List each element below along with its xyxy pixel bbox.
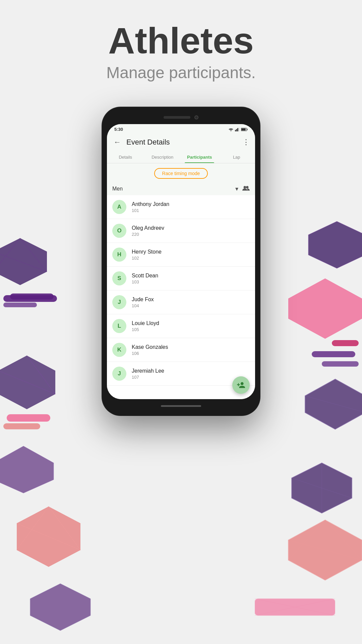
status-bar: 5:30 (107, 124, 255, 133)
participants-list: AAnthony Jordan101OOleg Andreev220HHenry… (107, 195, 255, 399)
participant-info: Jeremiah Lee107 (132, 368, 250, 380)
svg-marker-24 (292, 463, 352, 513)
svg-rect-21 (322, 361, 359, 367)
participant-info: Kase Gonzales106 (132, 344, 250, 356)
svg-line-34 (255, 599, 335, 615)
svg-line-2 (20, 238, 47, 272)
home-indicator (161, 405, 201, 407)
tab-participants[interactable]: Participants (181, 151, 218, 163)
participant-name: Anthony Jordan (132, 201, 250, 207)
tab-bar: Details Description Participants Lap (107, 151, 255, 163)
svg-line-8 (0, 371, 55, 394)
page-title: Athletes (0, 20, 362, 61)
svg-marker-7 (0, 356, 55, 409)
participant-number: 107 (132, 375, 250, 380)
svg-line-14 (17, 523, 80, 550)
category-dropdown-icon[interactable]: ▾ (235, 185, 238, 193)
status-icons (228, 127, 248, 131)
svg-point-43 (244, 186, 246, 189)
category-row: Men ▾ (107, 182, 255, 195)
svg-rect-4 (3, 295, 57, 302)
phone-speaker (164, 116, 190, 119)
participant-info: Anthony Jordan101 (132, 201, 250, 213)
svg-marker-0 (0, 238, 47, 285)
svg-marker-31 (30, 584, 90, 631)
participant-name: Oleg Andreev (132, 225, 250, 231)
participant-number: 106 (132, 351, 250, 356)
app-bar-title: Event Details (126, 138, 242, 147)
participant-name: Jude Fox (132, 297, 250, 303)
svg-line-29 (325, 520, 362, 560)
participant-item[interactable]: SScott Dean103 (107, 267, 255, 290)
svg-rect-42 (241, 128, 246, 130)
race-timing-mode-button[interactable]: Race timing mode (154, 168, 208, 179)
participant-info: Oleg Andreev220 (132, 225, 250, 237)
svg-line-15 (49, 506, 80, 550)
participant-name: Kase Gonzales (132, 344, 250, 350)
participant-info: Henry Stone102 (132, 249, 250, 261)
svg-marker-12 (0, 446, 54, 493)
svg-rect-5 (10, 293, 54, 300)
participant-item[interactable]: HHenry Stone102 (107, 243, 255, 267)
svg-point-35 (231, 130, 232, 131)
wifi-icon (228, 127, 234, 131)
participant-number: 103 (132, 279, 250, 284)
phone-top-bar (107, 112, 255, 123)
svg-rect-11 (3, 423, 40, 429)
participant-number: 104 (132, 303, 250, 308)
svg-marker-27 (288, 520, 362, 580)
participant-number: 102 (132, 256, 250, 261)
participant-item[interactable]: JJude Fox104 (107, 290, 255, 314)
svg-marker-22 (305, 379, 362, 429)
svg-line-9 (27, 356, 55, 394)
svg-rect-10 (7, 414, 50, 422)
header-area: Athletes Manage participants. (0, 20, 362, 82)
participant-name: Louie Lloyd (132, 320, 250, 326)
phone-bottom-bar (107, 401, 255, 411)
svg-rect-37 (236, 129, 237, 131)
participant-avatar: O (112, 224, 126, 238)
svg-line-28 (288, 540, 362, 560)
svg-line-1 (0, 252, 47, 272)
svg-marker-13 (17, 506, 80, 567)
svg-rect-20 (312, 351, 355, 357)
svg-line-16 (17, 506, 49, 550)
participant-number: 220 (132, 232, 250, 237)
svg-point-44 (246, 186, 248, 189)
phone-device: 5:30 (102, 107, 260, 415)
back-button[interactable]: ← (112, 137, 122, 148)
participant-item[interactable]: KKase Gonzales106 (107, 338, 255, 362)
page-subtitle: Manage participants. (0, 63, 362, 82)
app-bar: ← Event Details ⋮ (107, 133, 255, 151)
tab-description[interactable]: Description (144, 151, 181, 163)
participant-avatar: L (112, 319, 126, 333)
category-label: Men (112, 186, 235, 192)
more-menu-button[interactable]: ⋮ (242, 138, 250, 147)
participant-name: Jeremiah Lee (132, 368, 250, 374)
svg-rect-41 (247, 128, 247, 130)
phone-outer-shell: 5:30 (102, 107, 260, 415)
status-time: 5:30 (114, 127, 123, 132)
participant-name: Henry Stone (132, 249, 250, 255)
signal-icon (235, 127, 240, 131)
svg-line-23 (305, 396, 362, 413)
svg-marker-18 (288, 278, 362, 339)
participant-item[interactable]: OOleg Andreev220 (107, 219, 255, 243)
svg-marker-17 (308, 221, 362, 268)
participant-avatar: S (112, 271, 126, 285)
group-icon[interactable] (242, 185, 250, 193)
participant-item[interactable]: LLouie Lloyd105 (107, 314, 255, 338)
battery-icon (241, 127, 248, 131)
svg-rect-6 (3, 303, 37, 307)
participant-avatar: K (112, 343, 126, 357)
participant-item[interactable]: AAnthony Jordan101 (107, 195, 255, 219)
add-participant-fab[interactable] (232, 376, 250, 394)
svg-line-33 (255, 599, 335, 615)
tab-lap[interactable]: Lap (218, 151, 255, 163)
race-timing-section: Race timing mode (107, 163, 255, 182)
participant-number: 105 (132, 327, 250, 332)
participant-avatar: J (112, 367, 126, 381)
tab-details[interactable]: Details (107, 151, 144, 163)
participant-info: Jude Fox104 (132, 297, 250, 308)
participant-avatar: A (112, 200, 126, 214)
